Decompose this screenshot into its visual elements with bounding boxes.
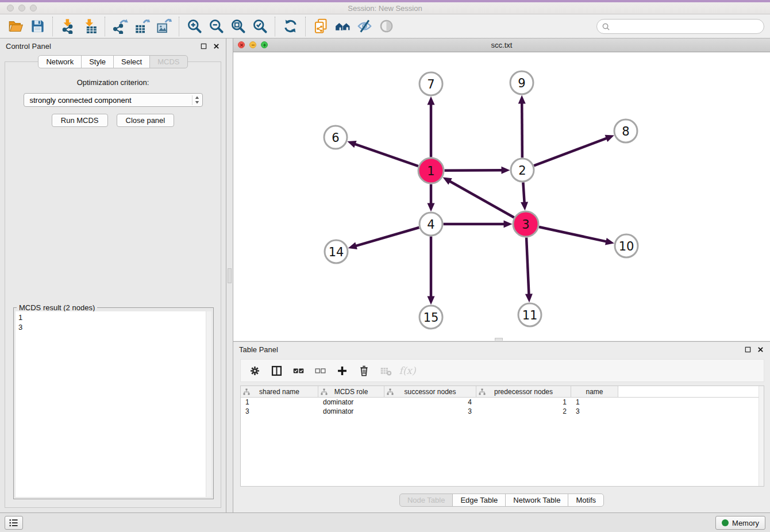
import-network-button[interactable] [57, 16, 79, 37]
table-tab-edge-table[interactable]: Edge Table [452, 494, 506, 507]
graph-node-10[interactable]: 10 [615, 234, 638, 257]
cell-name[interactable]: 3 [571, 407, 618, 416]
search-box [596, 19, 764, 34]
tab-style[interactable]: Style [81, 55, 114, 68]
zoom-in-button[interactable] [183, 16, 205, 37]
search-input[interactable] [610, 21, 764, 32]
column-header-shared-name[interactable]: shared name [241, 386, 318, 397]
result-item[interactable]: 1 [18, 313, 203, 322]
splitter-grip[interactable] [228, 268, 232, 283]
column-header-mcds-role[interactable]: MCDS role [318, 386, 384, 397]
graph-edge-1-6[interactable] [347, 141, 418, 166]
first-neighbors-button[interactable] [332, 16, 353, 37]
graph-node-6[interactable]: 6 [324, 126, 347, 149]
save-session-button[interactable] [26, 16, 48, 37]
copy-network-button[interactable] [310, 16, 332, 37]
zoom-fit-button[interactable] [227, 16, 249, 37]
tab-network[interactable]: Network [38, 55, 82, 68]
graph-edge-4-15[interactable] [428, 237, 435, 305]
task-history-button[interactable] [5, 516, 23, 530]
graph-node-15[interactable]: 15 [419, 306, 442, 329]
column-header-predecessor-nodes[interactable]: predecessor nodes [476, 386, 571, 397]
zoom-selected-icon [252, 18, 268, 34]
criterion-select[interactable]: strongly connected component [24, 93, 203, 107]
canvas-resize-grip[interactable] [495, 338, 503, 341]
vertical-splitter[interactable] [226, 38, 233, 512]
hide-selected-icon [357, 18, 372, 34]
close-panel-button[interactable] [212, 42, 220, 50]
graph-node-1[interactable]: 1 [418, 158, 444, 183]
cell-predecessor-nodes[interactable]: 1 [476, 398, 571, 407]
graph-edge-2-8[interactable] [534, 135, 614, 166]
result-scrollbar[interactable] [206, 311, 211, 497]
table-scrollbar[interactable] [759, 386, 764, 486]
table-settings-button[interactable] [245, 361, 264, 380]
deselect-all-columns-button[interactable] [311, 361, 329, 380]
import-table-button[interactable] [79, 16, 101, 37]
graph-node-4[interactable]: 4 [419, 213, 442, 236]
column-label: successor nodes [404, 388, 456, 396]
graph-node-9[interactable]: 9 [510, 71, 533, 94]
show-all-icon [379, 18, 394, 34]
hide-selected-button[interactable] [353, 16, 375, 37]
graph-edge-3-10[interactable] [539, 227, 614, 245]
cell-name[interactable]: 1 [571, 398, 618, 407]
cell-shared-name[interactable]: 3 [241, 407, 318, 416]
table-settings-icon [249, 365, 261, 377]
table-close-panel-button[interactable] [756, 345, 764, 353]
table-tab-network-table[interactable]: Network Table [505, 494, 568, 507]
graph-node-14[interactable]: 14 [325, 240, 348, 263]
cell-mcds-role[interactable]: dominator [318, 398, 384, 407]
export-table-button[interactable] [131, 16, 153, 37]
memory-button[interactable]: Memory [715, 516, 765, 530]
graph-edge-1-7[interactable] [428, 97, 435, 157]
cell-successor-nodes[interactable]: 4 [384, 398, 476, 407]
zoom-out-button[interactable] [205, 16, 227, 37]
tab-select[interactable]: Select [113, 55, 150, 68]
cell-mcds-role[interactable]: dominator [318, 407, 384, 416]
export-image-button[interactable] [153, 16, 175, 37]
tab-mcds[interactable]: MCDS [149, 55, 187, 68]
graph-node-2[interactable]: 2 [511, 159, 534, 182]
show-all-button[interactable] [375, 16, 397, 37]
table-row[interactable]: 1dominator411 [241, 398, 764, 407]
toggle-columns-button[interactable] [267, 361, 286, 380]
function-builder-button[interactable]: f(x) [398, 361, 417, 380]
float-panel-button[interactable] [199, 42, 207, 50]
graph-edge-2-9[interactable] [518, 95, 526, 157]
add-column-button[interactable] [333, 361, 351, 380]
graph-edge-4-3[interactable] [444, 221, 513, 228]
select-all-columns-button[interactable] [289, 361, 307, 380]
close-panel-action-button[interactable]: Close panel [117, 114, 175, 127]
column-header-name[interactable]: name [571, 386, 618, 397]
graph-node-3[interactable]: 3 [513, 211, 538, 237]
result-item[interactable]: 3 [18, 322, 203, 332]
open-session-button[interactable] [5, 16, 26, 37]
graph-node-8[interactable]: 8 [614, 119, 637, 142]
cell-successor-nodes[interactable]: 3 [384, 407, 476, 416]
graph-node-11[interactable]: 11 [518, 303, 541, 326]
network-canvas[interactable]: 7968124314101511 [233, 52, 770, 341]
delete-table-button[interactable] [376, 361, 395, 380]
memory-status-dot [722, 519, 729, 526]
graph-edge-1-4[interactable] [428, 184, 435, 212]
cell-shared-name[interactable]: 1 [241, 398, 318, 407]
zoom-selected-button[interactable] [249, 16, 271, 37]
table-tab-node-table[interactable]: Node Table [399, 494, 453, 507]
graph-edge-3-11[interactable] [525, 237, 533, 302]
refresh-button[interactable] [279, 16, 301, 37]
column-header-successor-nodes[interactable]: successor nodes [384, 386, 476, 397]
graph-edge-3-1[interactable] [442, 178, 514, 218]
network-canvas-svg: 7968124314101511 [233, 52, 770, 341]
run-mcds-button[interactable]: Run MCDS [52, 114, 108, 127]
graph-node-7[interactable]: 7 [419, 72, 442, 95]
graph-edge-4-14[interactable] [348, 228, 419, 249]
delete-column-button[interactable] [355, 361, 373, 380]
table-float-panel-button[interactable] [744, 345, 752, 353]
cell-predecessor-nodes[interactable]: 2 [476, 407, 571, 416]
graph-edge-2-3[interactable] [521, 182, 528, 210]
graph-edge-1-2[interactable] [444, 167, 510, 174]
table-tab-motifs[interactable]: Motifs [568, 494, 604, 507]
export-network-button[interactable] [109, 16, 131, 37]
table-row[interactable]: 3dominator323 [241, 407, 764, 416]
